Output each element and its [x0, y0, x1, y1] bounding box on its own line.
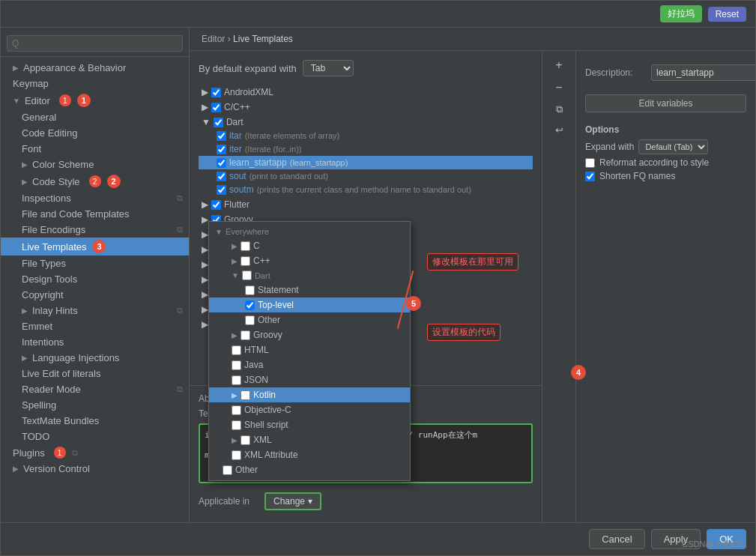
sidebar-item-version-control[interactable]: ▶ Version Control [1, 461, 189, 477]
dropdown-item-c[interactable]: ▶ C [209, 238, 410, 253]
androidxml-checkbox[interactable] [211, 88, 221, 97]
search-input[interactable] [7, 35, 183, 52]
template-item-itar[interactable]: itar (Iterate elements of array) [199, 129, 533, 142]
expand-with-select[interactable]: Default (Tab) [638, 139, 708, 154]
dropdown-label: Objective-C [244, 405, 291, 415]
template-item-learn-startapp[interactable]: learn_startapp (learn_startapp) [199, 156, 533, 169]
cpp-checkbox[interactable] [211, 103, 221, 112]
sidebar-item-general[interactable]: General [1, 109, 189, 125]
code-style-badge: 2 [89, 175, 101, 187]
xml-checkbox[interactable] [241, 435, 250, 445]
undo-button[interactable]: ↩ [554, 123, 565, 137]
dropdown-item-everywhere[interactable]: ▼ Everywhere [209, 225, 410, 238]
shorten-fq-checkbox[interactable] [585, 172, 595, 181]
sidebar-item-emmet[interactable]: Emmet [1, 318, 189, 334]
template-group-dart-header[interactable]: ▼ Dart [199, 115, 533, 129]
json-checkbox[interactable] [232, 375, 241, 385]
sidebar-item-intentions[interactable]: Intentions [1, 334, 189, 350]
sidebar-item-reader-mode[interactable]: Reader Mode ⧉ [1, 381, 189, 397]
objective-c-checkbox[interactable] [232, 405, 241, 415]
sidebar-item-inlay-hints[interactable]: ▶ Inlay Hints ⧉ [1, 303, 189, 318]
dropdown-item-groovy[interactable]: ▶ Groovy [209, 327, 410, 342]
dropdown-item-shell-script[interactable]: Shell script [209, 417, 410, 432]
chevron-right-icon: ▶ [232, 331, 238, 339]
chevron-right-icon: ▶ [13, 465, 19, 473]
sidebar-item-live-edit[interactable]: Live Edit of literals [1, 366, 189, 381]
sidebar-item-plugins[interactable]: Plugins 1 ⧉ [1, 444, 189, 461]
top-level-checkbox[interactable] [245, 300, 255, 310]
template-group-androidxml-header[interactable]: ▶ AndroidXML [199, 85, 533, 99]
dropdown-item-xml-attribute[interactable]: XML Attribute [209, 447, 410, 462]
copy-button[interactable]: ⧉ [554, 102, 564, 117]
dropdown-label: Statement [258, 285, 299, 295]
dropdown-item-html[interactable]: HTML [209, 342, 410, 357]
edit-variables-button[interactable]: Edit variables [585, 94, 746, 112]
groovy-checkbox-2[interactable] [241, 330, 250, 340]
c-checkbox[interactable] [241, 241, 250, 251]
statement-checkbox[interactable] [245, 285, 255, 295]
dropdown-item-objective-c[interactable]: Objective-C [209, 402, 410, 417]
sidebar-item-file-types[interactable]: File Types [1, 256, 189, 271]
sidebar-item-textmate[interactable]: TextMate Bundles [1, 413, 189, 429]
expand-with-label: Expand with [585, 142, 634, 152]
dropdown-item-other[interactable]: Other [209, 462, 410, 477]
template-item-iter[interactable]: iter (Iterate (for..in)) [199, 142, 533, 156]
sidebar-item-file-encodings[interactable]: File Encodings ⧉ [1, 222, 189, 238]
dropdown-item-cpp[interactable]: ▶ C++ [209, 253, 410, 268]
template-group-cpp-header[interactable]: ▶ C/C++ [199, 100, 533, 114]
copy-icon-2: ⧉ [177, 225, 183, 235]
sidebar-item-live-templates[interactable]: Live Templates 3 [1, 238, 189, 256]
dropdown-item-other-dart[interactable]: Other [209, 312, 410, 327]
other-dart-checkbox[interactable] [245, 315, 255, 325]
add-button[interactable]: + [554, 57, 563, 73]
iter-checkbox[interactable] [217, 145, 226, 154]
sidebar-item-editor[interactable]: ▼ Editor 1 1 [1, 91, 189, 109]
flutter-checkbox[interactable] [211, 200, 221, 210]
html-checkbox-2[interactable] [232, 345, 241, 355]
sidebar-item-appearance[interactable]: ▶ Appearance & Behavior [1, 60, 189, 76]
sidebar-item-font[interactable]: Font [1, 141, 189, 157]
sidebar-item-copyright[interactable]: Copyright [1, 287, 189, 303]
dropdown-item-top-level[interactable]: Top-level [209, 297, 410, 312]
reformat-checkbox[interactable] [585, 158, 595, 168]
other-checkbox[interactable] [223, 465, 232, 475]
java-checkbox-2[interactable] [232, 360, 241, 370]
dropdown-item-java[interactable]: Java [209, 357, 410, 372]
dropdown-item-xml[interactable]: ▶ XML [209, 432, 410, 447]
expand-default-select[interactable]: Tab [303, 60, 354, 76]
dropdown-item-dart[interactable]: ▼ Dart [209, 268, 410, 282]
sidebar-item-language-injections[interactable]: ▶ Language Injections [1, 350, 189, 366]
sidebar-item-code-editing[interactable]: Code Editing [1, 125, 189, 141]
expand-with-row: Expand with Default (Tab) [585, 139, 746, 154]
cancel-button[interactable]: Cancel [589, 529, 644, 549]
itar-checkbox[interactable] [217, 131, 226, 141]
sidebar-item-color-scheme[interactable]: ▶ Color Scheme [1, 157, 189, 172]
description-input[interactable] [651, 64, 755, 81]
change-button[interactable]: Change ▾ [264, 492, 321, 510]
template-item-sout[interactable]: sout (print to standard out) [199, 169, 533, 183]
breadcrumb: Editor › Live Templates [190, 28, 755, 51]
dropdown-item-json[interactable]: JSON [209, 372, 410, 387]
template-item-soutm[interactable]: soutm (prints the current class and meth… [199, 183, 533, 196]
cpp-checkbox-2[interactable] [241, 256, 250, 266]
sout-checkbox[interactable] [217, 172, 226, 181]
sidebar-item-design-tools[interactable]: Design Tools [1, 271, 189, 287]
soutm-checkbox[interactable] [217, 185, 226, 195]
dropdown-item-kotlin[interactable]: ▶ Kotlin [209, 387, 410, 402]
remove-button[interactable]: − [554, 79, 563, 96]
template-group-flutter-header[interactable]: ▶ Flutter [199, 198, 533, 211]
xml-attribute-checkbox[interactable] [232, 450, 241, 460]
sidebar-item-file-code-templates[interactable]: File and Code Templates [1, 206, 189, 222]
kotlin-checkbox-2[interactable] [241, 390, 250, 400]
sidebar-item-spelling[interactable]: Spelling [1, 397, 189, 413]
dart-checkbox-2[interactable] [242, 271, 252, 280]
sidebar-item-code-style[interactable]: ▶ Code Style 2 2 [1, 172, 189, 190]
reset-button[interactable]: Reset [708, 7, 746, 22]
sidebar-item-inspections[interactable]: Inspections ⧉ [1, 190, 189, 206]
sidebar-item-todo[interactable]: TODO [1, 429, 189, 444]
shell-script-checkbox[interactable] [232, 420, 241, 430]
learn-startapp-checkbox[interactable] [217, 158, 226, 168]
dropdown-item-statement[interactable]: Statement [209, 282, 410, 297]
dart-checkbox[interactable] [214, 118, 223, 127]
sidebar-item-keymap[interactable]: Keymap [1, 76, 189, 91]
